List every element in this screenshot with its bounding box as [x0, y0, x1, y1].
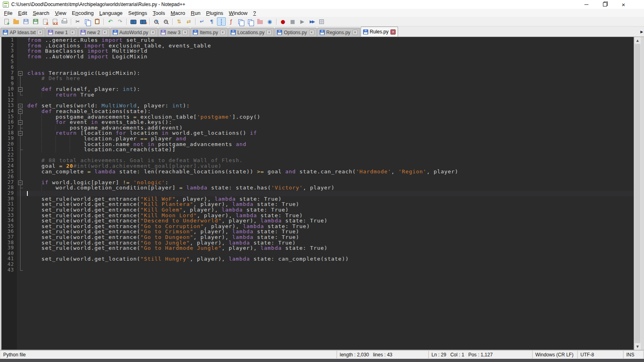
menu-item-search[interactable]: Search — [30, 9, 52, 17]
code-line[interactable]: 43 — [2, 267, 634, 273]
code-line[interactable]: 41 set_rule(world.get_location("Still Hu… — [2, 256, 634, 262]
fold-marker-icon[interactable] — [17, 130, 24, 136]
code-editor[interactable]: 1from ..generic.Rules import set_rule2fr… — [1, 37, 634, 350]
code-line[interactable]: 30 set_rule(world.get_entrance("Kill WoF… — [2, 196, 634, 202]
tab-close-icon[interactable]: × — [102, 30, 107, 35]
paste-icon[interactable] — [93, 17, 101, 26]
open-file-icon[interactable] — [12, 17, 21, 26]
vertical-scrollbar[interactable]: ▲ ▼ — [634, 37, 641, 350]
code-line[interactable]: 12 — [2, 98, 634, 103]
tab-close-icon[interactable]: × — [353, 30, 358, 35]
document-list-icon[interactable] — [246, 17, 255, 26]
code-line[interactable]: 6 — [2, 65, 634, 70]
tab-regions-py[interactable]: Regions.py× — [317, 28, 360, 37]
tab-options-py[interactable]: Options.py× — [275, 28, 316, 37]
code-line[interactable]: 22 — [2, 152, 634, 158]
code-line[interactable]: 42 — [2, 262, 634, 267]
menu-item-plugins[interactable]: Plugins — [203, 9, 226, 17]
scroll-down-icon[interactable]: ▼ — [634, 343, 641, 350]
code-line[interactable]: 28 world.completion_condition[player] = … — [2, 185, 634, 191]
code-line[interactable]: 2from .Locations import exclusion_table,… — [2, 43, 634, 49]
macro-run-multiple-icon[interactable]: ▶▶ — [308, 17, 316, 26]
close-icon[interactable]: x — [41, 17, 50, 26]
menu-item-tools[interactable]: Tools — [150, 9, 168, 17]
code-line[interactable]: 8 # Defs here — [2, 76, 634, 81]
tab-close-icon[interactable]: × — [390, 29, 396, 35]
save-all-icon[interactable] — [31, 17, 40, 26]
file-monitoring-icon[interactable]: ◉ — [265, 17, 274, 26]
restore-button[interactable] — [596, 0, 614, 9]
code-line[interactable]: 17 postgame_advancements.add(event) — [2, 125, 634, 131]
menu-item-file[interactable]: File — [1, 9, 15, 17]
undo-icon[interactable]: ↶ — [106, 17, 115, 26]
code-line[interactable]: 7class TerrariaLogic(LogicMixin): — [2, 70, 634, 76]
minimize-button[interactable] — [577, 0, 596, 9]
code-line[interactable]: 39 set_rule(world.get_entrance("Go to Ha… — [2, 245, 634, 251]
tab-new-3[interactable]: new 3× — [158, 28, 190, 37]
code-line[interactable]: 37 set_rule(world.get_entrance("Go to Du… — [2, 234, 634, 240]
tab-close-icon[interactable]: × — [182, 30, 188, 35]
zoom-in-icon[interactable]: + — [152, 17, 161, 26]
folder-as-workspace-icon[interactable] — [256, 17, 264, 26]
code-line[interactable]: 16 for event in events_table.keys(): — [2, 119, 634, 125]
code-line[interactable]: 36 set_rule(world.get_entrance("Go to Cr… — [2, 229, 634, 234]
code-line[interactable]: 25 can_complete = lambda state: len(reac… — [2, 169, 634, 175]
code-line[interactable]: 35 set_rule(world.get_entrance("Go to Co… — [2, 224, 634, 229]
menu-item-[interactable]: ? — [250, 9, 259, 17]
tab-scroll-arrow-icon[interactable]: ▶ — [640, 30, 643, 34]
redo-icon[interactable]: ↷ — [116, 17, 124, 26]
tab-rules-py[interactable]: Rules.py× — [361, 27, 398, 37]
tab-close-icon[interactable]: × — [266, 30, 272, 35]
code-lines[interactable]: 1from ..generic.Rules import set_rule2fr… — [2, 37, 634, 350]
word-wrap-icon[interactable]: ↵ — [198, 17, 206, 26]
close-button[interactable]: × — [614, 0, 633, 9]
code-line[interactable]: 21 location.can_reach(state)] — [2, 147, 634, 152]
code-line[interactable]: 24 goal = 20#int(world.achievement_goal[… — [2, 163, 634, 169]
tab-items-py[interactable]: Items.py× — [190, 28, 227, 37]
tab-ap-ideas-txt[interactable]: AP Ideas.txt× — [0, 28, 45, 37]
menu-item-window[interactable]: Window — [226, 9, 250, 17]
macro-stop-icon[interactable]: ■ — [288, 17, 297, 26]
tab-autoworld-py[interactable]: AutoWorld.py× — [110, 28, 158, 37]
menu-item-settings[interactable]: Settings — [126, 9, 150, 17]
sync-horizontal-icon[interactable]: ⇄ — [184, 17, 193, 26]
tab-close-icon[interactable]: × — [37, 30, 43, 35]
code-line[interactable]: 3from BaseClasses import MultiWorld — [2, 48, 634, 54]
code-line[interactable]: 4from ..AutoWorld import LogicMixin — [2, 54, 634, 60]
function-list-icon[interactable]: ƒ — [227, 17, 235, 26]
fold-marker-icon[interactable] — [17, 70, 24, 76]
replace-icon[interactable]: ab — [138, 17, 147, 26]
code-line[interactable]: 23 # 88 total achievements. Goal is to d… — [2, 158, 634, 163]
menu-item-run[interactable]: Run — [188, 9, 203, 17]
fold-marker-icon[interactable] — [17, 180, 24, 185]
menu-item-language[interactable]: Language — [97, 9, 126, 17]
tab-close-icon[interactable]: × — [220, 30, 225, 35]
copy-icon[interactable] — [83, 17, 92, 26]
code-line[interactable]: 38 set_rule(world.get_entrance("Go to Ju… — [2, 240, 634, 246]
code-line[interactable]: 27 if world.logic[player] != 'nologic': — [2, 180, 634, 185]
menu-item-edit[interactable]: Edit — [15, 9, 30, 17]
new-file-icon[interactable]: + — [2, 17, 11, 26]
zoom-out-icon[interactable]: − — [161, 17, 170, 26]
sync-vertical-icon[interactable]: ⇅ — [175, 17, 184, 26]
fold-marker-icon[interactable] — [17, 119, 24, 125]
code-line[interactable]: 1from ..generic.Rules import set_rule — [2, 37, 634, 43]
menu-item-view[interactable]: View — [52, 9, 69, 17]
tab-new-2[interactable]: new 2× — [78, 28, 110, 37]
code-line[interactable]: 18 return [location for location in worl… — [2, 130, 634, 136]
menu-item-encoding[interactable]: Encoding — [69, 9, 97, 17]
scrollbar-thumb[interactable] — [635, 44, 640, 343]
code-line[interactable]: 14 def reachable_locations(state): — [2, 109, 634, 114]
tab-new-1[interactable]: new 1× — [45, 28, 77, 37]
indent-guide-icon[interactable] — [217, 17, 226, 26]
save-icon[interactable] — [21, 17, 30, 26]
tab-close-icon[interactable]: × — [150, 30, 155, 35]
cut-icon[interactable]: ✂ — [73, 17, 82, 26]
fold-marker-icon[interactable] — [17, 103, 24, 109]
macro-save-icon[interactable] — [317, 17, 326, 26]
code-line[interactable]: 13def set_rules(world: MultiWorld, playe… — [2, 103, 634, 109]
code-line[interactable]: 9 — [2, 81, 634, 87]
scroll-up-icon[interactable]: ▲ — [634, 37, 641, 44]
document-map-icon[interactable] — [236, 17, 245, 26]
code-line[interactable]: 5 — [2, 59, 634, 65]
